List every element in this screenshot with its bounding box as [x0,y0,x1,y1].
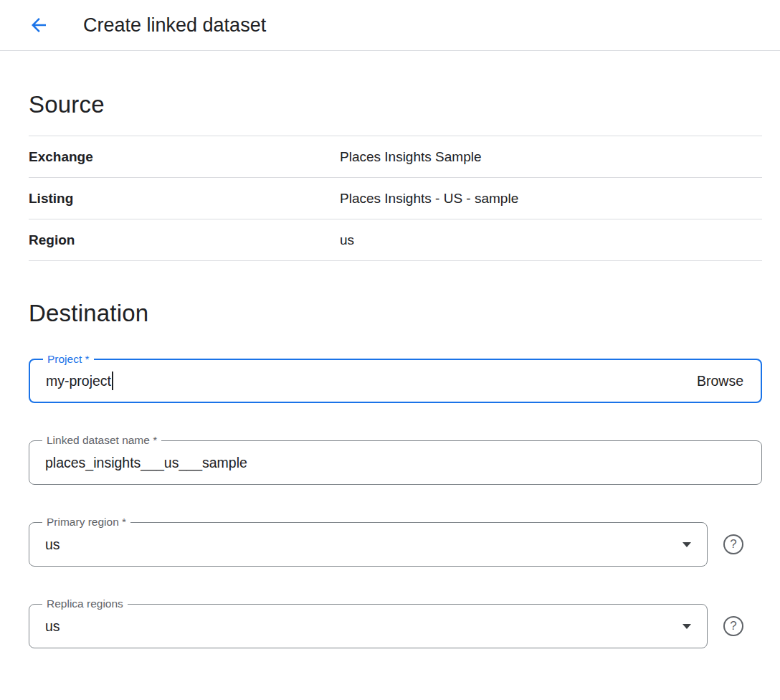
project-field-label: Project * [43,352,94,366]
arrow-back-icon [28,14,49,36]
dataset-name-field[interactable]: Linked dataset name * places_insights___… [29,440,762,485]
primary-region-select[interactable]: Primary region * us [29,522,708,567]
row-value: us [340,232,354,248]
replica-regions-row: Replica regions us ? [29,604,762,648]
dataset-name-label: Linked dataset name * [42,433,161,448]
replica-regions-select[interactable]: Replica regions us [29,604,708,648]
replica-regions-value: us [45,618,60,635]
browse-button[interactable]: Browse [695,369,745,394]
page-header: Create linked dataset [0,0,780,51]
page-title: Create linked dataset [83,14,266,37]
source-heading: Source [29,91,762,118]
row-value: Places Insights Sample [340,149,482,165]
help-circle-icon[interactable]: ? [723,534,743,554]
back-button[interactable] [24,10,54,40]
replica-regions-label: Replica regions [42,597,128,611]
table-row-exchange: Exchange Places Insights Sample [29,136,762,178]
row-label: Region [29,232,340,248]
primary-region-row: Primary region * us ? [29,522,762,567]
row-label: Listing [29,191,340,207]
row-label: Exchange [29,149,340,165]
primary-region-label: Primary region * [42,515,130,529]
project-field-value: my-project [46,373,111,389]
source-table: Exchange Places Insights Sample Listing … [29,136,762,261]
chevron-down-icon [682,624,691,629]
row-value: Places Insights - US - sample [340,191,518,207]
primary-region-value: us [45,536,60,553]
help-circle-icon[interactable]: ? [723,616,743,636]
project-field[interactable]: Project * my-project Browse [29,359,762,403]
destination-heading: Destination [29,300,762,327]
table-row-region: Region us [29,219,762,261]
main-content: Source Exchange Places Insights Sample L… [0,91,780,648]
table-row-listing: Listing Places Insights - US - sample [29,178,762,219]
dataset-name-value: places_insights___us___sample [45,455,247,471]
chevron-down-icon [682,542,691,547]
text-cursor [112,372,113,390]
